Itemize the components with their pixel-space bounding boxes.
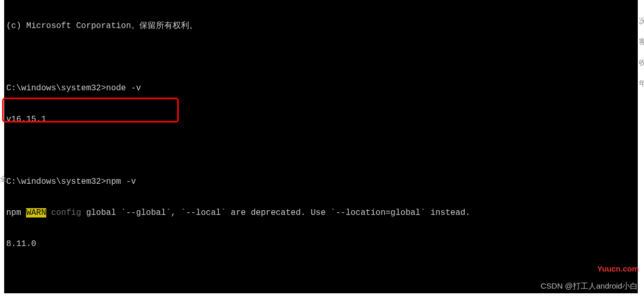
prompt-2: C:\windows\system32> — [6, 177, 106, 186]
output-node-version: v16.15.1 — [6, 114, 636, 125]
blank-line — [6, 52, 636, 62]
warn-badge: WARN — [26, 208, 46, 218]
warn-msg: global `--global`, `--local` are depreca… — [81, 208, 470, 218]
cropped-side-text: 况 客 收 年 — [639, 10, 644, 93]
watermark-yuucn: Yuucn.com — [597, 264, 639, 273]
command-line-1: C:\windows\system32>node -v — [6, 83, 636, 93]
cropped-left-text: 全 — [0, 174, 7, 184]
cmd-npm-v: npm -v — [106, 177, 136, 186]
output-npm-version: 8.11.0 — [6, 239, 636, 249]
terminal-window[interactable]: (c) Microsoft Corporation。保留所有权利。 C:\win… — [4, 0, 638, 293]
side-char: 收 — [639, 52, 644, 73]
blank-line — [6, 145, 636, 156]
copyright-line: (c) Microsoft Corporation。保留所有权利。 — [6, 21, 636, 31]
warn-line-1: npm WARN config global `--global`, `--lo… — [6, 208, 636, 218]
side-char: 年 — [639, 73, 644, 93]
prompt-1: C:\windows\system32> — [6, 84, 106, 93]
command-line-2: C:\windows\system32>npm -v — [6, 176, 636, 187]
warn-prefix: npm — [6, 208, 26, 218]
config-word: config — [46, 208, 81, 218]
cmd-node-v: node -v — [106, 84, 141, 93]
blank-line — [6, 270, 636, 280]
side-char: 客 — [639, 31, 644, 52]
watermark-csdn: CSDN @打工人android小白 — [541, 281, 638, 291]
side-char: 况 — [639, 10, 644, 31]
